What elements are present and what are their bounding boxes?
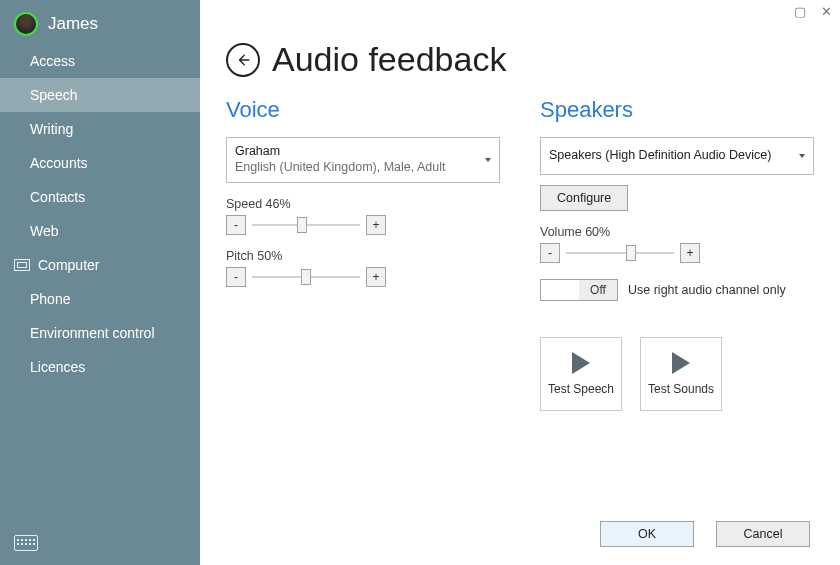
volume-thumb[interactable]	[626, 245, 636, 261]
sidebar-item-label: Computer	[38, 257, 99, 273]
right-channel-text: Use right audio channel only	[628, 283, 786, 297]
sidebar-item-phone[interactable]: Phone	[0, 282, 200, 316]
pitch-plus-button[interactable]: +	[366, 267, 386, 287]
volume-track[interactable]	[566, 243, 674, 263]
ok-button[interactable]: OK	[600, 521, 694, 547]
back-button[interactable]	[226, 43, 260, 77]
main-content: Audio feedback Voice Graham English (Uni…	[200, 0, 840, 565]
voice-heading: Voice	[226, 97, 500, 123]
test-sounds-label: Test Sounds	[648, 382, 714, 396]
speakers-heading: Speakers	[540, 97, 814, 123]
sidebar-item-speech[interactable]: Speech	[0, 78, 200, 112]
volume-plus-button[interactable]: +	[680, 243, 700, 263]
dialog-footer: OK Cancel	[226, 521, 814, 547]
configure-button[interactable]: Configure	[540, 185, 628, 211]
volume-slider: - +	[540, 243, 814, 263]
voice-select[interactable]: Graham English (United Kingdom), Male, A…	[226, 137, 500, 183]
pitch-minus-button[interactable]: -	[226, 267, 246, 287]
chevron-down-icon	[799, 154, 805, 158]
sidebar-item-web[interactable]: Web	[0, 214, 200, 248]
maximize-icon[interactable]: ▢	[792, 4, 808, 19]
speed-minus-button[interactable]: -	[226, 215, 246, 235]
speaker-device-select[interactable]: Speakers (High Definition Audio Device)	[540, 137, 814, 175]
sidebar-item-contacts[interactable]: Contacts	[0, 180, 200, 214]
speed-slider: - +	[226, 215, 500, 235]
page-header: Audio feedback	[226, 40, 814, 79]
pitch-slider: - +	[226, 267, 500, 287]
speed-label: Speed 46%	[226, 197, 500, 211]
speed-plus-button[interactable]: +	[366, 215, 386, 235]
speaker-device-name: Speakers (High Definition Audio Device)	[549, 148, 791, 164]
voice-section: Voice Graham English (United Kingdom), M…	[226, 97, 500, 411]
sidebar-user: James	[0, 0, 200, 44]
close-icon[interactable]: ✕	[818, 4, 834, 19]
volume-label: Volume 60%	[540, 225, 814, 239]
sidebar-item-licences[interactable]: Licences	[0, 350, 200, 384]
monitor-icon	[14, 259, 30, 271]
right-channel-toggle[interactable]: Off	[540, 279, 618, 301]
speed-thumb[interactable]	[297, 217, 307, 233]
test-speech-button[interactable]: Test Speech	[540, 337, 622, 411]
cancel-button[interactable]: Cancel	[716, 521, 810, 547]
speakers-section: Speakers Speakers (High Definition Audio…	[540, 97, 814, 411]
play-icon	[672, 352, 690, 374]
back-arrow-icon	[236, 53, 250, 67]
sidebar-item-accounts[interactable]: Accounts	[0, 146, 200, 180]
speed-track[interactable]	[252, 215, 360, 235]
sidebar-item-computer[interactable]: Computer	[0, 248, 200, 282]
test-sounds-button[interactable]: Test Sounds	[640, 337, 722, 411]
pitch-thumb[interactable]	[301, 269, 311, 285]
user-name: James	[48, 14, 98, 34]
sidebar-item-access[interactable]: Access	[0, 44, 200, 78]
page-title: Audio feedback	[272, 40, 506, 79]
chevron-down-icon	[485, 158, 491, 162]
keyboard-icon[interactable]	[14, 535, 38, 551]
volume-minus-button[interactable]: -	[540, 243, 560, 263]
voice-name: Graham	[235, 144, 477, 158]
toggle-knob	[541, 280, 579, 300]
avatar	[14, 12, 38, 36]
sidebar-item-writing[interactable]: Writing	[0, 112, 200, 146]
play-icon	[572, 352, 590, 374]
voice-description: English (United Kingdom), Male, Adult	[235, 160, 477, 176]
toggle-state-label: Off	[579, 280, 617, 300]
sidebar: James Access Speech Writing Accounts Con…	[0, 0, 200, 565]
test-speech-label: Test Speech	[548, 382, 614, 396]
sidebar-item-environment-control[interactable]: Environment control	[0, 316, 200, 350]
pitch-track[interactable]	[252, 267, 360, 287]
pitch-label: Pitch 50%	[226, 249, 500, 263]
